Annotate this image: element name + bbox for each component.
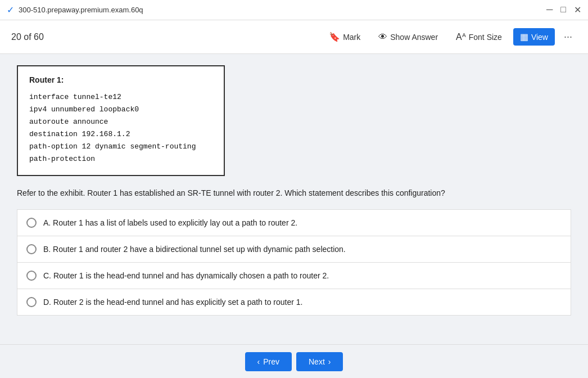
font-size-button[interactable]: Aᴬ Font Size xyxy=(449,28,509,46)
titlebar: ✓ 300-510.prepaway.premium.exam.60q ─ □ … xyxy=(0,0,588,20)
choice-item-b[interactable]: B. Router 1 and router 2 have a bidirect… xyxy=(17,236,571,262)
bottom-nav: ‹ Prev Next › xyxy=(0,344,588,378)
font-size-label: Font Size xyxy=(469,33,502,42)
choice-item-d[interactable]: D. Router 2 is the head-end tunnel and h… xyxy=(17,289,571,316)
choice-item-a[interactable]: A. Router 1 has a list of labels used to… xyxy=(17,209,571,236)
exhibit-title: Router 1: xyxy=(29,75,212,84)
main-content: Router 1: interface tunnel-te12ipv4 unnu… xyxy=(0,54,588,344)
choice-radio-c[interactable] xyxy=(26,271,37,281)
minimize-button[interactable]: ─ xyxy=(546,4,553,15)
exhibit-code-line: destination 192.168.1.2 xyxy=(29,128,212,141)
toolbar-right: 🔖 Mark 👁 Show Answer Aᴬ Font Size ▦ View… xyxy=(322,28,577,46)
exhibit-code-line: path-protection xyxy=(29,153,212,165)
exhibit-code: interface tunnel-te12ipv4 unnumbered loo… xyxy=(29,91,212,166)
exhibit-code-line: ipv4 unnumbered loopback0 xyxy=(29,104,212,116)
toolbar-left: 20 of 60 xyxy=(11,32,44,42)
exhibit-code-line: interface tunnel-te12 xyxy=(29,91,212,104)
choices-container: A. Router 1 has a list of labels used to… xyxy=(17,209,571,316)
view-icon: ▦ xyxy=(520,32,528,42)
prev-arrow-icon: ‹ xyxy=(257,357,260,366)
font-icon: Aᴬ xyxy=(456,32,466,42)
next-arrow-icon: › xyxy=(328,357,331,366)
choice-label-b: B. Router 1 and router 2 have a bidirect… xyxy=(43,245,346,254)
choice-radio-d[interactable] xyxy=(26,297,37,307)
eye-icon: 👁 xyxy=(378,32,387,42)
choice-radio-a[interactable] xyxy=(26,218,37,228)
maximize-button[interactable]: □ xyxy=(560,4,566,15)
choice-label-d: D. Router 2 is the head-end tunnel and h… xyxy=(43,298,303,307)
choice-item-c[interactable]: C. Router 1 is the head-end tunnel and h… xyxy=(17,262,571,289)
check-icon: ✓ xyxy=(7,4,14,15)
prev-button[interactable]: ‹ Prev xyxy=(245,352,292,371)
titlebar-title: 300-510.prepaway.premium.exam.60q xyxy=(19,6,143,14)
show-answer-button[interactable]: 👁 Show Answer xyxy=(372,29,445,46)
prev-label: Prev xyxy=(263,357,279,366)
titlebar-left: ✓ 300-510.prepaway.premium.exam.60q xyxy=(7,4,143,15)
close-button[interactable]: ✕ xyxy=(574,4,581,15)
choice-radio-b[interactable] xyxy=(26,244,37,254)
choice-label-a: A. Router 1 has a list of labels used to… xyxy=(43,218,297,227)
view-label: View xyxy=(531,33,548,42)
exhibit-code-line: autoroute announce xyxy=(29,116,212,128)
next-button[interactable]: Next › xyxy=(296,352,343,371)
exhibit-code-line: path-option 12 dynamic segment-routing xyxy=(29,141,212,153)
choice-label-c: C. Router 1 is the head-end tunnel and h… xyxy=(43,271,329,280)
bookmark-icon: 🔖 xyxy=(329,32,340,42)
mark-label: Mark xyxy=(343,33,360,42)
mark-button[interactable]: 🔖 Mark xyxy=(322,28,367,46)
view-button[interactable]: ▦ View xyxy=(513,28,555,46)
toolbar: 20 of 60 🔖 Mark 👁 Show Answer Aᴬ Font Si… xyxy=(0,20,588,54)
more-button[interactable]: ··· xyxy=(559,29,577,45)
titlebar-controls[interactable]: ─ □ ✕ xyxy=(546,4,581,15)
exhibit-box: Router 1: interface tunnel-te12ipv4 unnu… xyxy=(17,65,225,176)
question-counter: 20 of 60 xyxy=(11,32,44,42)
question-text: Refer to the exhibit. Router 1 has estab… xyxy=(17,187,571,199)
show-answer-label: Show Answer xyxy=(390,33,438,42)
next-label: Next xyxy=(309,357,325,366)
